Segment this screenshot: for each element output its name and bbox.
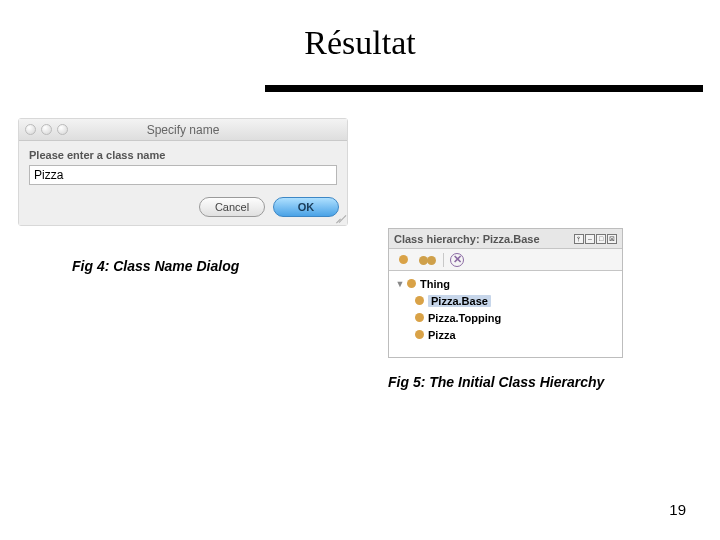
class-tree: ▼ Thing Pizza.Base Pizza.Topping Pizza bbox=[389, 271, 622, 357]
panel-title-prefix: Class hierarchy: bbox=[394, 233, 483, 245]
tree-label: Pizza bbox=[428, 329, 456, 341]
dialog-title: Specify name bbox=[19, 123, 347, 137]
tree-row[interactable]: Pizza bbox=[395, 326, 616, 343]
class-icon bbox=[415, 313, 424, 322]
dialog-footer: Cancel OK bbox=[19, 191, 347, 225]
input-label: Please enter a class name bbox=[29, 149, 337, 161]
cancel-button[interactable]: Cancel bbox=[199, 197, 265, 217]
tree-row[interactable]: Pizza.Base bbox=[395, 292, 616, 309]
panel-titlebar: Class hierarchy: Pizza.Base ⫯ – □ ⊠ bbox=[389, 229, 622, 249]
class-hierarchy-panel: Class hierarchy: Pizza.Base ⫯ – □ ⊠ ✕ ▼ … bbox=[388, 228, 623, 358]
tree-label: Pizza.Topping bbox=[428, 312, 501, 324]
panel-title-class: Pizza.Base bbox=[483, 233, 540, 245]
class-name-input[interactable] bbox=[29, 165, 337, 185]
page-title: Résultat bbox=[0, 24, 720, 62]
delete-class-button[interactable]: ✕ bbox=[450, 253, 464, 267]
ok-button[interactable]: OK bbox=[273, 197, 339, 217]
tree-row-root[interactable]: ▼ Thing bbox=[395, 275, 616, 292]
toolbar-separator bbox=[443, 253, 444, 267]
page-number: 19 bbox=[669, 501, 686, 518]
panel-title: Class hierarchy: Pizza.Base bbox=[394, 233, 540, 245]
fig4-caption: Fig 4: Class Name Dialog bbox=[72, 258, 239, 274]
panel-toolbar: ✕ bbox=[389, 249, 622, 271]
class-icon bbox=[415, 296, 424, 305]
pin-icon[interactable]: ⫯ bbox=[574, 234, 584, 244]
dialog-titlebar[interactable]: Specify name bbox=[19, 119, 347, 141]
close-icon[interactable]: ⊠ bbox=[607, 234, 617, 244]
class-icon bbox=[407, 279, 416, 288]
tree-disclosure-icon[interactable]: ▼ bbox=[395, 279, 405, 289]
maximize-icon[interactable]: □ bbox=[596, 234, 606, 244]
class-icon bbox=[415, 330, 424, 339]
add-sibling-button[interactable] bbox=[419, 252, 437, 268]
heading-rule bbox=[265, 85, 703, 92]
class-name-dialog: Specify name Please enter a class name C… bbox=[18, 118, 348, 226]
resize-grip-icon[interactable] bbox=[333, 211, 345, 223]
add-subclass-button[interactable] bbox=[395, 252, 413, 268]
tree-label: Pizza.Base bbox=[428, 295, 491, 307]
tree-label: Thing bbox=[420, 278, 450, 290]
tree-row[interactable]: Pizza.Topping bbox=[395, 309, 616, 326]
fig5-caption: Fig 5: The Initial Class Hierarchy bbox=[388, 374, 604, 390]
dialog-body: Please enter a class name bbox=[19, 141, 347, 191]
minimize-icon[interactable]: – bbox=[585, 234, 595, 244]
panel-window-controls[interactable]: ⫯ – □ ⊠ bbox=[574, 234, 617, 244]
